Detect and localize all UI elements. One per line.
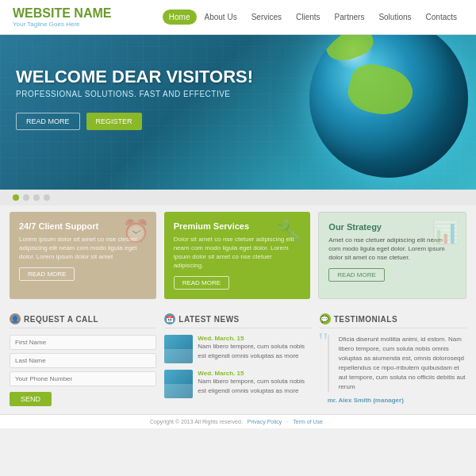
privacy-policy-link[interactable]: Privacy Policy [248, 419, 282, 424]
nav-item-home[interactable]: Home [163, 10, 197, 25]
news-thumb-1 [164, 335, 193, 363]
news-date-1: Wed. March. 15 [198, 335, 311, 342]
bottom-section: 👤 REQUEST A CALL SEND 📅 LATEST NEWS Wed.… [0, 305, 476, 406]
dot-3[interactable] [33, 194, 40, 201]
wrench-icon: 🔧 [276, 218, 304, 244]
send-button[interactable]: SEND [10, 392, 52, 406]
feature-card-services: Premium Services Dolor sit amet co nse c… [164, 212, 311, 300]
testimonial-block: " Dficia diserunt mollitia animi, id est… [320, 335, 466, 404]
testimonials-title: 💬 TESTIMONIALS [320, 313, 466, 328]
feature-card-strategy: Our Strategy Amet co nse ctetuer adipisc… [318, 212, 466, 300]
feature-btn-support[interactable]: READ MORE [19, 267, 75, 281]
firstname-input[interactable] [10, 335, 156, 350]
lastname-input[interactable] [10, 353, 156, 368]
testimonial-quote: Dficia diserunt mollitia animi, id estom… [328, 335, 466, 392]
terms-link[interactable]: Term of Use [293, 419, 323, 424]
clock-icon: ⏰ [122, 218, 150, 244]
copyright-text: Copyright © 2013 All Rights reserved. [150, 419, 243, 424]
hero-dots [0, 190, 476, 205]
news-content-1: Wed. March. 15 Nam libero tempore, cum s… [198, 335, 311, 363]
readmore-button[interactable]: READ MORE [16, 113, 80, 130]
quote-icon: 💬 [320, 313, 331, 324]
nav-item-about[interactable]: About Us [198, 10, 244, 25]
news-thumb-2 [164, 370, 193, 398]
logo: WEBSITE NAME Your Tagline Goes Here [13, 6, 111, 28]
testimonials-col: 💬 TESTIMONIALS " Dficia diserunt molliti… [320, 313, 466, 406]
logo-name: WEBSITE NAME [13, 6, 111, 21]
feature-card-support: 24/7 Client Support Lorem ipsum dolor si… [10, 212, 156, 300]
hero-title: WELCOME DEAR VISITORS! [16, 67, 253, 87]
logo-tagline: Your Tagline Goes Here [13, 21, 111, 28]
main-nav: Home About Us Services Clients Partners … [163, 10, 463, 25]
nav-item-clients[interactable]: Clients [290, 10, 327, 25]
hero-text: WELCOME DEAR VISITORS! PROFESSIONAL solu… [16, 67, 253, 130]
feature-btn-strategy[interactable]: READ MORE [328, 268, 384, 282]
latest-news-title: 📅 LATEST NEWS [164, 313, 311, 328]
feature-btn-services[interactable]: READ MORE [174, 276, 229, 290]
testimonial-author: mr. Alex Smith (manager) [328, 397, 466, 404]
nav-item-services[interactable]: Services [245, 10, 288, 25]
dot-2[interactable] [23, 194, 29, 201]
register-button[interactable]: REGISTER [86, 113, 142, 130]
globe-shine [333, 35, 373, 71]
globe-container [309, 35, 476, 190]
hero-subtitle: PROFESSIONAL solutions. Fast and effecti… [16, 90, 253, 98]
nav-item-solutions[interactable]: Solutions [372, 10, 417, 25]
hero-buttons: READ MORE REGISTER [16, 113, 253, 130]
dot-4[interactable] [44, 194, 50, 201]
news-text-2: Nam libero tempore, cum soluta nobis est… [198, 377, 311, 394]
nav-item-contacts[interactable]: Contacts [420, 10, 463, 25]
nav-item-partners[interactable]: Partners [328, 10, 371, 25]
phone-input[interactable] [10, 371, 156, 386]
news-text-1: Nam libero tempore, cum soluta nobis est… [198, 342, 311, 359]
person-icon: 👤 [10, 313, 21, 324]
request-call-title: 👤 REQUEST A CALL [10, 313, 156, 328]
header: WEBSITE NAME Your Tagline Goes Here Home… [0, 0, 476, 35]
news-item-1: Wed. March. 15 Nam libero tempore, cum s… [164, 335, 311, 363]
news-content-2: Wed. March. 15 Nam libero tempore, cum s… [198, 370, 311, 398]
footer: Copyright © 2013 All Rights reserved. Pr… [0, 414, 476, 428]
calendar-icon: 📅 [164, 313, 175, 324]
features-section: 24/7 Client Support Lorem ipsum dolor si… [0, 212, 476, 300]
chart-icon: 📊 [432, 219, 459, 245]
request-call-col: 👤 REQUEST A CALL SEND [10, 313, 156, 406]
news-date-2: Wed. March. 15 [198, 370, 311, 377]
latest-news-col: 📅 LATEST NEWS Wed. March. 15 Nam libero … [164, 313, 311, 406]
dot-1[interactable] [13, 194, 19, 201]
news-item-2: Wed. March. 15 Nam libero tempore, cum s… [164, 370, 311, 398]
hero-section: WELCOME DEAR VISITORS! PROFESSIONAL solu… [0, 35, 476, 190]
globe-graphic [309, 35, 468, 178]
